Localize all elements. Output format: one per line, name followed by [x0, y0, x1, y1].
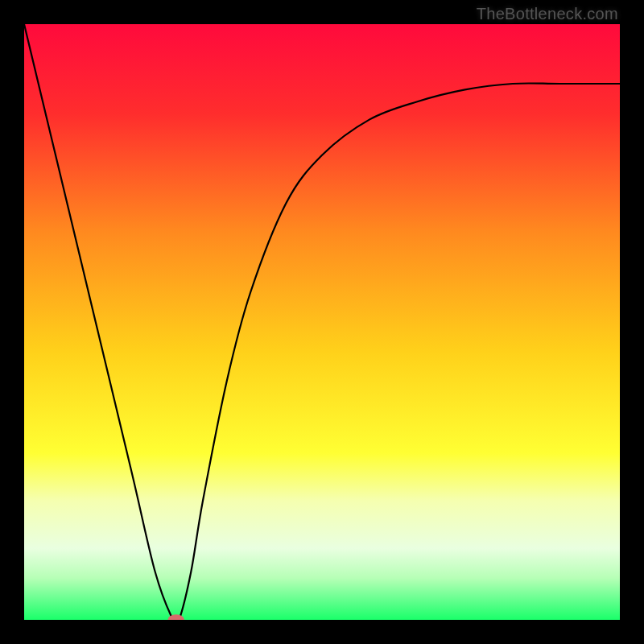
chart-frame: TheBottleneck.com [0, 0, 644, 644]
plot-area [24, 24, 620, 620]
bottleneck-curve [24, 24, 620, 620]
watermark-text: TheBottleneck.com [477, 5, 618, 23]
